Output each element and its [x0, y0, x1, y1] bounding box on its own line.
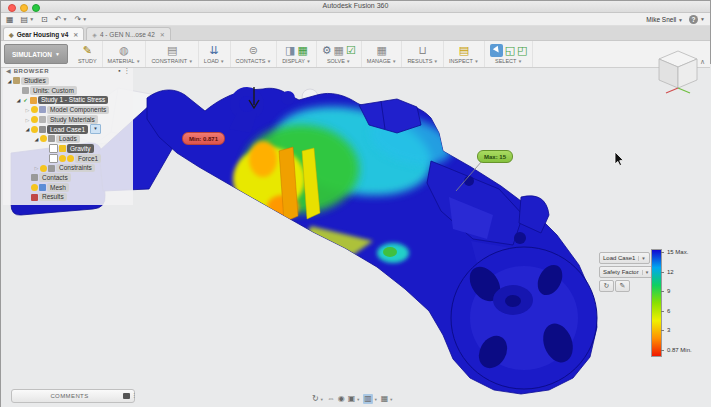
fit-icon[interactable]: ▣ [348, 394, 356, 404]
tree-item-loads[interactable]: ◢Loads [3, 134, 133, 144]
expand-caret-icon[interactable]: ◢ [33, 136, 40, 142]
checkbox-icon[interactable] [49, 154, 58, 163]
workspace-selector[interactable]: SIMULATION ▼ [4, 44, 68, 64]
chevron-down-icon[interactable]: ▼ [700, 16, 705, 22]
save-icon[interactable]: ⊡ [41, 14, 48, 25]
expand-caret-icon[interactable]: ◢ [6, 78, 13, 84]
tree-item-label[interactable]: Study Materials [47, 115, 98, 124]
toolbar-group-load[interactable]: ⇊LOAD ▼ [199, 41, 231, 67]
display-settings-icon[interactable]: ▥ [363, 394, 373, 404]
display-style-icon[interactable]: ▦ [297, 44, 307, 57]
solve-icon[interactable]: ⚙ [322, 44, 332, 57]
results-u-icon[interactable]: ⊔ [418, 44, 427, 57]
toolbar-group-material[interactable]: ◍MATERIAL ▼ [103, 41, 147, 67]
checkbox-icon[interactable] [49, 144, 58, 153]
tree-item-label[interactable]: Study 1 - Static Stress [38, 96, 108, 105]
bulb-icon[interactable] [31, 126, 38, 133]
load-icon[interactable]: ⇊ [210, 44, 219, 57]
tree-item-label[interactable]: Studies [21, 77, 49, 86]
viewport-canvas[interactable]: ◀ BROWSER ▪ ⋮ ◢StudiesUnits: Custom◢✓Stu… [1, 64, 711, 407]
bulb-icon[interactable] [59, 155, 66, 162]
tree-item-label[interactable]: Force1 [75, 154, 101, 163]
toolbar-group-study[interactable]: ✎STUDY [73, 41, 103, 67]
select-window-icon[interactable]: ◱ [505, 44, 515, 57]
tree-item-label[interactable]: Constraints [56, 164, 95, 173]
panel-options-icon[interactable]: ▪ [118, 67, 120, 74]
toolbar-group-select[interactable]: ◱◰SELECT ▼ [485, 41, 534, 67]
load-case-selector[interactable]: Load Case1 ▼ [599, 252, 650, 264]
chevron-down-icon[interactable]: ▼ [374, 397, 378, 402]
tree-item-label[interactable]: Units: Custom [30, 86, 77, 95]
chevron-down-icon[interactable]: ▼ [389, 397, 393, 402]
tree-item-label[interactable]: Load Case1 [47, 125, 88, 134]
legend-edit-icon[interactable]: ✎ [615, 280, 630, 292]
grid-settings-icon[interactable]: ▦ [381, 394, 389, 404]
load-case-dropdown-icon[interactable]: ▼ [90, 124, 101, 134]
tree-item-study-1-static-stress[interactable]: ◢✓Study 1 - Static Stress [3, 95, 133, 105]
tree-item-results[interactable]: Results [3, 192, 133, 202]
tree-item-contacts[interactable]: Contacts [3, 173, 133, 183]
tree-item-label[interactable]: Gravity [67, 144, 94, 153]
expand-caret-icon[interactable]: ▷ [24, 107, 31, 113]
comments-expand-icon[interactable]: ⋮ [131, 391, 137, 398]
toolbar-group-solve[interactable]: ⚙▦☑SOLVE ▼ [317, 41, 362, 67]
material-icon[interactable]: ◍ [119, 44, 129, 57]
solve-check-icon[interactable]: ☑ [346, 44, 356, 57]
redo-icon[interactable]: ↷▼ [74, 14, 87, 25]
user-menu[interactable]: Mike Snell ▼ [646, 16, 683, 23]
result-type-selector[interactable]: Safety Factor ▼ [599, 266, 653, 278]
help-icon[interactable]: ? [689, 15, 698, 24]
toolbar-group-inspect[interactable]: ▤INSPECT ▼ [444, 41, 485, 67]
close-icon[interactable]: ✕ [73, 31, 78, 38]
tree-item-study-materials[interactable]: ▷Study Materials [3, 115, 133, 125]
expand-caret-icon[interactable]: ◢ [24, 126, 31, 132]
chevron-down-icon[interactable]: ▼ [356, 397, 360, 402]
legend-settings-icon[interactable]: ↻ [599, 280, 614, 292]
file-icon[interactable]: ▤▼ [21, 14, 35, 25]
toolbar-group-constraint[interactable]: ▤CONSTRAINT ▼ [146, 41, 198, 67]
tab-gen-design[interactable]: ◈ 4 - GEN N...ose 42 ✕ [86, 27, 171, 40]
tree-item-constraints[interactable]: ▷Constraints [3, 163, 133, 173]
display-icon[interactable]: ◨ [285, 44, 295, 57]
expand-caret-icon[interactable]: ▷ [24, 117, 31, 123]
tree-item-label[interactable]: Model Components [47, 106, 109, 115]
select-cursor-icon[interactable] [490, 44, 503, 57]
expand-caret-icon[interactable]: ▷ [33, 165, 40, 171]
tree-item-load-case1[interactable]: ◢Load Case1▼ [3, 124, 133, 134]
bulb-icon[interactable] [40, 165, 47, 172]
zoom-icon[interactable]: ◉ [338, 394, 345, 404]
chevron-down-icon[interactable]: ▼ [320, 397, 324, 402]
tree-item-studies[interactable]: ◢Studies [3, 76, 133, 86]
tree-item-label[interactable]: Mesh [47, 183, 69, 192]
collapse-panel-icon[interactable]: ◀ [6, 67, 11, 74]
manage-icon[interactable]: ▦ [376, 44, 386, 57]
tree-item-force1[interactable]: Force1 [3, 154, 133, 164]
close-icon[interactable]: ✕ [160, 31, 165, 38]
undo-icon[interactable]: ↶▼ [55, 14, 68, 25]
tree-item-label[interactable]: Loads [56, 135, 80, 144]
tree-item-gravity[interactable]: Gravity [3, 144, 133, 154]
data-panel-icon[interactable]: ▦ [6, 14, 14, 25]
bulb-icon[interactable] [40, 135, 47, 142]
toolbar-group-results[interactable]: ⊔RESULTS ▼ [402, 41, 444, 67]
inspect-icon[interactable]: ▤ [459, 44, 469, 57]
tree-item-mesh[interactable]: Mesh [3, 183, 133, 193]
toolbar-group-display[interactable]: ◨▦DISPLAY ▼ [277, 41, 317, 67]
bulb-icon[interactable] [31, 184, 38, 191]
comments-bar[interactable]: COMMENTS [11, 389, 135, 403]
bulb-icon[interactable] [31, 116, 38, 123]
contacts-icon[interactable]: ⊜ [249, 44, 258, 57]
view-cube[interactable] [652, 47, 704, 97]
tree-item-label[interactable]: Contacts [39, 173, 71, 182]
constraint-icon[interactable]: ▤ [167, 44, 177, 57]
orbit-icon[interactable]: ↻ [312, 394, 319, 404]
pan-icon[interactable]: ⇔ [327, 394, 335, 404]
tab-gear-housing[interactable]: ◈ Gear Housing v4 ✕ [3, 27, 84, 40]
tree-item-label[interactable]: Results [39, 193, 67, 202]
bulb-icon[interactable] [31, 106, 38, 113]
solve-table-icon[interactable]: ▦ [334, 44, 344, 57]
expand-caret-icon[interactable]: ◢ [15, 97, 22, 103]
study-icon[interactable]: ✎ [83, 44, 92, 57]
tree-item-units-custom[interactable]: Units: Custom [3, 86, 133, 96]
toolbar-group-manage[interactable]: ▦MANAGE ▼ [362, 41, 403, 67]
